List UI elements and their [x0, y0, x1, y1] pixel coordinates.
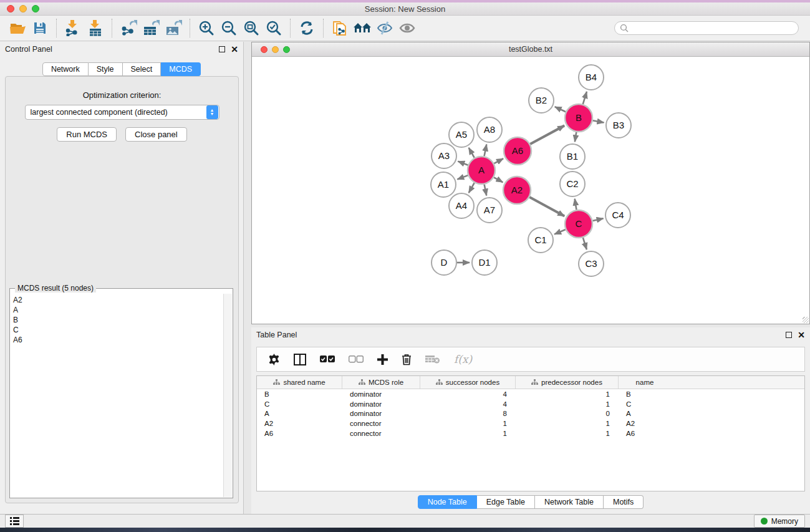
deselect-all-button[interactable]	[349, 355, 364, 363]
table-tab-edge-table[interactable]: Edge Table	[477, 495, 535, 509]
node-B2[interactable]: B2	[529, 88, 554, 113]
tab-select[interactable]: Select	[123, 62, 162, 76]
node-A4[interactable]: A4	[449, 193, 474, 218]
add-column-button[interactable]	[377, 354, 388, 365]
edge-A-A2[interactable]	[494, 177, 503, 182]
node-C3[interactable]: C3	[579, 251, 604, 276]
table-tab-node-table[interactable]: Node Table	[418, 495, 477, 509]
node-A5[interactable]: A5	[449, 122, 474, 147]
edge-A-A6[interactable]	[494, 158, 503, 163]
column-header-MCDS-role[interactable]: MCDS role	[342, 376, 420, 389]
zoom-out-button[interactable]	[218, 18, 240, 38]
export-network-button[interactable]	[117, 18, 140, 38]
close-table-panel-icon[interactable]: ✕	[798, 332, 805, 338]
node-A7[interactable]: A7	[477, 198, 502, 223]
open-session-button[interactable]	[6, 18, 29, 38]
node-A3[interactable]: A3	[432, 143, 456, 168]
close-panel-icon[interactable]: ✕	[231, 46, 238, 52]
edge-B-B1[interactable]	[575, 132, 577, 142]
table-row[interactable]: A6connector11A6	[257, 428, 804, 438]
node-C2[interactable]: C2	[560, 172, 585, 196]
select-all-button[interactable]	[320, 355, 335, 363]
edge-C-C3[interactable]	[583, 238, 587, 249]
result-item[interactable]: A2	[13, 295, 221, 305]
column-header-predecessor-nodes[interactable]: predecessor nodes	[516, 376, 619, 389]
node-B1[interactable]: B1	[560, 144, 585, 169]
export-image-button[interactable]	[162, 18, 185, 38]
node-B3[interactable]: B3	[606, 113, 631, 138]
table-settings-button[interactable]	[268, 354, 280, 365]
edge-A-A1[interactable]	[457, 175, 468, 179]
show-all-button[interactable]	[396, 18, 418, 38]
hide-selected-button[interactable]	[374, 18, 396, 38]
run-mcds-button[interactable]: Run MCDS	[57, 127, 117, 142]
node-D1[interactable]: D1	[472, 250, 497, 275]
node-D[interactable]: D	[432, 250, 456, 275]
edge-B-B3[interactable]	[593, 120, 604, 122]
table-tab-network-table[interactable]: Network Table	[535, 495, 604, 509]
edge-A-A5[interactable]	[469, 148, 475, 158]
edge-A-A3[interactable]	[458, 162, 468, 165]
node-A1[interactable]: A1	[431, 172, 456, 197]
tab-mcds[interactable]: MCDS	[161, 62, 201, 76]
edge-C-C2[interactable]	[575, 199, 577, 210]
result-item[interactable]: B	[13, 315, 221, 325]
column-panel-button[interactable]	[294, 354, 306, 365]
result-item[interactable]: C	[13, 325, 221, 335]
function-builder-button[interactable]: f(x)	[454, 353, 472, 365]
edge-C-C1[interactable]	[554, 230, 566, 235]
tab-network[interactable]: Network	[42, 62, 89, 76]
node-C4[interactable]: C4	[605, 203, 630, 228]
save-session-button[interactable]	[29, 18, 51, 38]
node-A6[interactable]: A6	[504, 137, 531, 165]
node-C[interactable]: C	[565, 210, 592, 238]
float-table-panel-icon[interactable]	[786, 332, 792, 338]
edge-A6-B[interactable]	[530, 125, 564, 144]
column-header-shared-name[interactable]: shared name	[257, 376, 342, 389]
edge-A2-C[interactable]	[529, 197, 564, 216]
edge-B-B2[interactable]	[555, 107, 566, 112]
edge-A-A4[interactable]	[469, 183, 475, 193]
float-panel-icon[interactable]	[219, 46, 225, 52]
node-B4[interactable]: B4	[579, 65, 604, 90]
tab-style[interactable]: Style	[89, 62, 123, 76]
result-item[interactable]: A	[13, 305, 221, 315]
node-A[interactable]: A	[468, 157, 495, 184]
edge-C-C4[interactable]	[592, 218, 603, 221]
close-panel-button[interactable]: Close panel	[125, 127, 187, 142]
first-neighbors-button[interactable]	[351, 18, 374, 38]
resize-grip[interactable]	[803, 317, 809, 323]
mcds-result-list[interactable]: A2ABCA6	[11, 294, 223, 497]
column-header-successor-nodes[interactable]: successor nodes	[420, 376, 516, 389]
table-row[interactable]: A2connector11A2	[257, 418, 804, 428]
table-tab-motifs[interactable]: Motifs	[604, 495, 644, 509]
apply-layout-button[interactable]	[296, 18, 318, 38]
new-network-from-selection-button[interactable]	[329, 18, 351, 38]
table-row[interactable]: Cdominator41C	[257, 399, 804, 409]
node-B[interactable]: B	[565, 104, 592, 132]
search-box[interactable]	[614, 21, 799, 35]
table-row[interactable]: Bdominator41B	[257, 389, 804, 399]
node-A2[interactable]: A2	[503, 177, 531, 204]
zoom-selected-button[interactable]	[263, 18, 285, 38]
edge-B-B4[interactable]	[583, 92, 587, 104]
memory-button[interactable]: Memory	[754, 515, 805, 528]
delete-column-button[interactable]	[402, 354, 412, 365]
zoom-in-button[interactable]	[195, 18, 218, 38]
table-row[interactable]: Adominator80A	[257, 409, 804, 419]
result-scrollbar[interactable]	[223, 294, 232, 497]
task-history-button[interactable]	[5, 515, 24, 528]
edge-A-A7[interactable]	[485, 185, 487, 196]
delete-table-button[interactable]	[425, 354, 440, 364]
import-network-button[interactable]	[62, 18, 84, 38]
node-C1[interactable]: C1	[528, 228, 553, 253]
result-item[interactable]: A6	[13, 335, 221, 345]
criterion-select[interactable]: largest connected component (directed) ▲…	[25, 105, 219, 120]
network-canvas[interactable]: B4B2BB3A8A5A6A3B1AC2A1A2A4A7C4CC1C3DD1	[252, 57, 809, 324]
zoom-fit-button[interactable]	[240, 18, 263, 38]
search-input[interactable]	[629, 24, 793, 32]
export-table-button[interactable]	[140, 18, 162, 38]
node-A8[interactable]: A8	[477, 117, 502, 142]
edge-A-A8[interactable]	[485, 145, 487, 157]
import-table-button[interactable]	[84, 18, 107, 38]
